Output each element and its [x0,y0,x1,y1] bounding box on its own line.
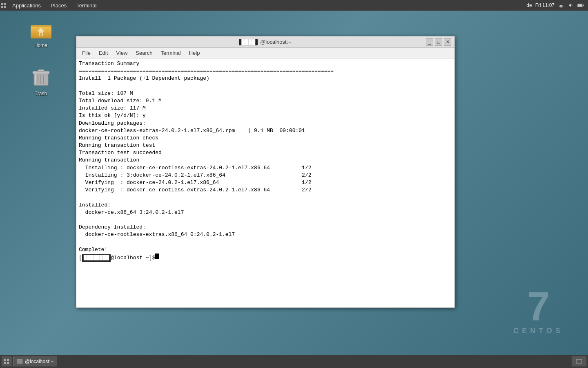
prompt-host: @localhost ~]$ [111,254,155,262]
svg-rect-26 [576,359,582,364]
svg-rect-22 [4,359,6,361]
svg-rect-21 [35,74,36,84]
svg-rect-23 [7,359,9,361]
svg-rect-1 [4,3,6,5]
terminal-title-text: @localhost:~ [260,39,291,45]
sound-icon [568,2,574,9]
minimize-button[interactable]: _ [426,38,433,46]
svg-rect-24 [4,362,6,364]
terminal-content[interactable]: Transaction Summary ====================… [76,58,454,307]
gnome-icon [0,2,7,9]
menubar-applications[interactable]: Applications [8,2,45,9]
svg-rect-25 [7,362,9,364]
svg-rect-8 [578,4,582,6]
close-button[interactable]: ✕ [444,38,451,46]
menubar-right: de Fri 11:07 [526,2,588,9]
terminal-title: ████ @localhost:~ [104,39,426,45]
menubar: Applications Places Terminal de Fri 11:0… [0,0,588,11]
taskbar-show-desktop[interactable] [572,357,586,366]
terminal-menu-edit[interactable]: Edit [95,49,112,57]
svg-marker-5 [569,3,571,7]
svg-rect-0 [1,3,3,5]
svg-rect-3 [4,6,6,8]
prompt-bracket: [ [79,254,82,262]
terminal-prompt-line: [ ████████ @localhost ~]$ [79,254,452,262]
home-label: Home [34,43,47,48]
prompt-user: ████████ [82,254,111,262]
centos-watermark: 7 CENTOS [513,286,564,335]
taskbar-terminal-window[interactable]: @localhost:~ [13,357,57,366]
terminal-menu-view[interactable]: View [112,49,131,57]
svg-point-4 [561,7,561,8]
network-icon [558,2,564,9]
trash-label: Trash [35,91,47,96]
svg-rect-7 [583,4,584,6]
terminal-menu-terminal[interactable]: Terminal [157,49,185,57]
home-folder-icon [29,16,53,41]
home-icon-container[interactable]: Home [24,16,57,48]
menubar-terminal[interactable]: Terminal [72,2,100,9]
desktop-icons: Home Trash [24,16,57,96]
taskbar-right [572,357,586,366]
menubar-left: Applications Places Terminal [0,2,100,9]
maximize-button[interactable]: □ [435,38,442,46]
taskbar-window-icon [17,359,22,364]
taskbar-apps-button[interactable] [2,357,11,366]
svg-rect-17 [38,70,44,72]
svg-rect-2 [1,6,3,8]
cursor [155,254,159,259]
centos-version-number: 7 [513,286,564,327]
terminal-output: Transaction Summary ====================… [79,60,452,254]
terminal-title-badge: ████ [239,39,258,45]
menubar-locale: de [526,2,532,8]
terminal-window: ████ @localhost:~ _ □ ✕ File Edit View S… [76,36,455,308]
terminal-menu-help[interactable]: Help [185,49,204,57]
trash-folder-icon [29,65,53,89]
taskbar: @localhost:~ [0,355,588,368]
desktop: Applications Places Terminal de Fri 11:0… [0,0,588,368]
terminal-titlebar: ████ @localhost:~ _ □ ✕ [76,36,454,48]
battery-icon [577,2,584,9]
terminal-menu-file[interactable]: File [78,49,95,57]
svg-rect-14 [40,33,42,36]
menubar-places[interactable]: Places [47,2,71,9]
taskbar-window-label: @localhost:~ [25,359,53,364]
centos-brand-text: CENTOS [513,327,564,335]
terminal-menu-search[interactable]: Search [131,49,156,57]
taskbar-left: @localhost:~ [2,357,57,366]
menubar-time: Fri 11:07 [535,2,555,8]
trash-icon-container[interactable]: Trash [24,65,57,96]
terminal-menubar: File Edit View Search Terminal Help [76,48,454,58]
terminal-controls: _ □ ✕ [426,38,451,46]
